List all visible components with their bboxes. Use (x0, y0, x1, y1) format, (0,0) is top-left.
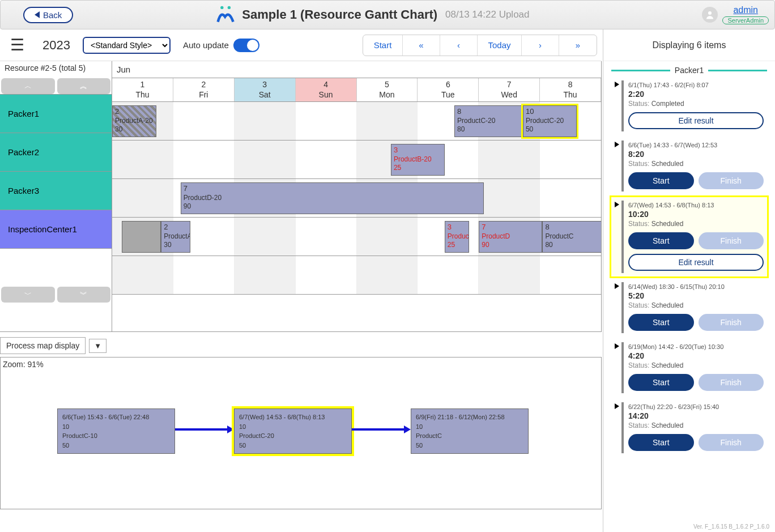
page-title: Sample 1 (Resource Gantt Chart) (242, 7, 437, 22)
svg-point-1 (228, 6, 231, 9)
start-button[interactable]: Start (628, 314, 694, 331)
item-status: Status: Scheduled (628, 422, 764, 429)
day-header: 7Wed (479, 78, 540, 101)
process-map-tab[interactable]: Process map display (0, 337, 86, 354)
gantt-task[interactable] (122, 221, 161, 253)
scroll-down-one[interactable]: ﹀ (1, 287, 55, 303)
finish-button: Finish (699, 314, 764, 331)
item-range: 6/1(Thu) 17:43 - 6/2(Fri) 8:07 (628, 82, 764, 88)
day-header: 3Sat (235, 78, 296, 101)
back-icon (35, 11, 40, 18)
task-item[interactable]: 6/1(Thu) 17:43 - 6/2(Fri) 8:072:20Status… (611, 77, 767, 135)
item-range: 6/19(Mon) 14:42 - 6/20(Tue) 10:30 (628, 343, 764, 350)
edit-result-button[interactable]: Edit result (628, 112, 764, 129)
resource-row[interactable] (0, 248, 112, 287)
gantt-task[interactable]: 7ProductD90 (479, 221, 542, 253)
gantt-task[interactable]: 3ProductB-2025 (391, 144, 445, 176)
status-bar-icon (621, 282, 624, 333)
process-node[interactable]: 6/9(Fri) 21:18 - 6/12(Mon) 22:5810Produc… (411, 408, 529, 454)
task-item[interactable]: 6/14(Wed) 18:30 - 6/15(Thu) 20:105:20Sta… (611, 279, 767, 337)
status-bar-icon (621, 402, 624, 453)
item-duration: 4:20 (628, 351, 764, 360)
item-duration: 8:20 (628, 150, 764, 159)
day-header: 4Sun (296, 78, 357, 101)
start-button[interactable]: Start (628, 434, 694, 451)
user-badge: ServerAdmin (722, 16, 769, 24)
nav-next[interactable]: › (522, 35, 559, 56)
expand-icon[interactable] (615, 343, 619, 349)
nav-prev[interactable]: ‹ (440, 35, 478, 56)
status-bar-icon (621, 342, 624, 393)
item-status: Status: Scheduled (628, 220, 764, 228)
task-item[interactable]: 6/6(Tue) 14:33 - 6/7(Wed) 12:538:20Statu… (611, 137, 767, 195)
day-header: 1Thu (112, 78, 173, 101)
expand-icon[interactable] (615, 142, 619, 147)
nav-last[interactable]: » (559, 35, 597, 56)
nav-start[interactable]: Start (363, 35, 403, 56)
finish-button: Finish (699, 434, 764, 451)
back-button[interactable]: Back (23, 7, 73, 23)
gantt-task[interactable]: 2ProductA-2030 (112, 105, 156, 137)
back-label: Back (43, 10, 62, 20)
resource-row[interactable]: InspectionCenter1 (0, 210, 112, 248)
task-item[interactable]: 6/7(Wed) 14:53 - 6/8(Thu) 8:1310:20Statu… (611, 197, 767, 276)
edit-result-button[interactable]: Edit result (628, 254, 764, 271)
item-duration: 2:20 (628, 90, 764, 99)
start-button[interactable]: Start (628, 374, 694, 391)
gantt-task[interactable]: 8ProductC80 (542, 221, 602, 253)
item-status: Status: Scheduled (628, 160, 764, 168)
day-header: 5Mon (357, 78, 418, 101)
nav-today[interactable]: Today (478, 35, 522, 56)
process-map-dropdown[interactable]: ▼ (89, 339, 107, 353)
gantt-task[interactable]: 2ProductA30 (161, 221, 190, 253)
scroll-up-one[interactable]: ︿ (1, 78, 55, 94)
scroll-up-page[interactable]: ︽ (57, 78, 111, 94)
style-select[interactable]: <Standard Style> (83, 37, 171, 54)
task-item[interactable]: 6/19(Mon) 14:42 - 6/20(Tue) 10:304:20Sta… (611, 339, 767, 397)
group-line-icon (611, 70, 670, 71)
date-nav: Start « ‹ Today › » (363, 35, 597, 56)
process-node[interactable]: 6/7(Wed) 14:53 - 6/8(Thu) 8:1310ProductC… (234, 408, 352, 454)
upload-info: 08/13 14:22 Upload (445, 9, 529, 20)
gantt-task[interactable]: 8ProductC-2080 (454, 105, 523, 137)
svg-point-0 (220, 6, 223, 9)
status-bar-icon (621, 141, 624, 191)
svg-point-2 (708, 11, 712, 15)
finish-button: Finish (699, 172, 764, 189)
right-panel-header: Displaying 6 items (603, 29, 775, 61)
item-range: 6/14(Wed) 18:30 - 6/15(Thu) 20:10 (628, 283, 764, 290)
auto-update-toggle[interactable] (233, 39, 259, 52)
resource-row[interactable]: Packer1 (0, 94, 112, 133)
task-item[interactable]: 6/22(Thu) 22:20 - 6/23(Fri) 15:4014:20St… (611, 399, 767, 457)
resource-row[interactable]: Packer3 (0, 171, 112, 210)
scroll-down-page[interactable]: ︾ (57, 287, 111, 303)
version-label: Ver. F_1.6.15 B_1.6.2 P_1.6.0 (693, 524, 769, 530)
menu-icon[interactable]: ☰ (10, 36, 24, 54)
year-label: 2023 (42, 38, 70, 53)
item-status: Status: Scheduled (628, 301, 764, 309)
group-title: Packer1 (675, 66, 704, 75)
zoom-label: Zoom: 91% (3, 360, 44, 369)
finish-button: Finish (699, 232, 764, 249)
day-header: 8Thu (540, 78, 601, 101)
expand-icon[interactable] (615, 82, 619, 87)
resource-row[interactable]: Packer2 (0, 133, 112, 171)
process-map-canvas[interactable]: Zoom: 91% 6/6(Tue) 15:43 - 6/6(Tue) 22:4… (0, 357, 602, 509)
user-link[interactable]: admin (733, 5, 758, 15)
gantt-task[interactable]: 7ProductD-2090 (181, 182, 484, 214)
gantt-task[interactable]: 3ProductB25 (445, 221, 469, 253)
process-arrow (175, 428, 228, 431)
expand-icon[interactable] (615, 202, 619, 207)
day-header: 2Fri (173, 78, 235, 101)
gantt-task[interactable]: 10ProductC-2050 (523, 105, 577, 137)
expand-icon[interactable] (615, 283, 619, 289)
app-logo (215, 5, 237, 25)
item-range: 6/6(Tue) 14:33 - 6/7(Wed) 12:53 (628, 142, 764, 148)
item-range: 6/22(Thu) 22:20 - 6/23(Fri) 15:40 (628, 403, 764, 410)
start-button[interactable]: Start (628, 172, 694, 189)
process-node[interactable]: 6/6(Tue) 15:43 - 6/6(Tue) 22:4810Product… (57, 408, 175, 454)
avatar[interactable] (702, 7, 718, 23)
start-button[interactable]: Start (628, 232, 694, 249)
nav-first[interactable]: « (403, 35, 440, 56)
expand-icon[interactable] (615, 403, 619, 409)
